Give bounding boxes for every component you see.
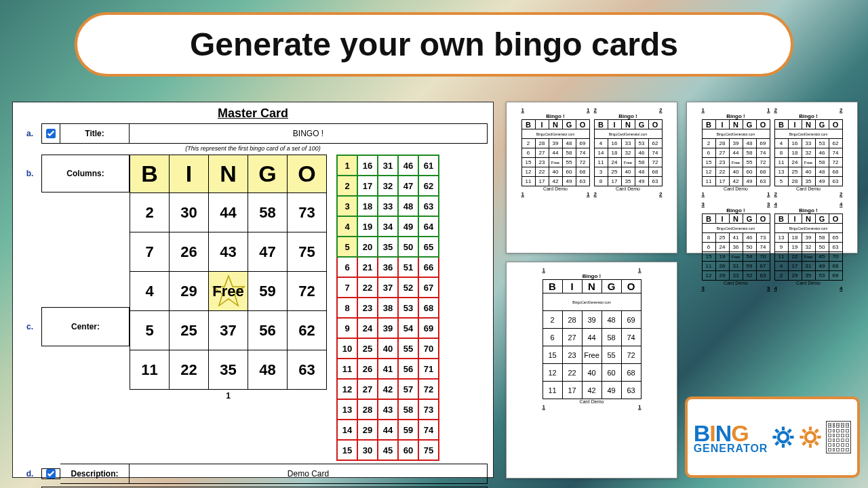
check-icon bbox=[46, 129, 56, 138]
label-b: b. bbox=[18, 155, 41, 192]
editor-panel: Master Card a. Title: BINGO ! (This repr… bbox=[12, 102, 494, 478]
bingo-card[interactable]: BINGO230445873726434775429Free5972525375… bbox=[130, 155, 327, 390]
row-description: d. Description: Demo Card bbox=[18, 464, 488, 484]
svg-line-10 bbox=[788, 442, 791, 445]
subtitle: (This represent the first bingo card of … bbox=[18, 145, 488, 152]
check-icon bbox=[46, 469, 56, 479]
svg-point-4 bbox=[778, 432, 788, 442]
svg-line-20 bbox=[803, 442, 806, 445]
page-title-text: Generate your own bingo cards bbox=[190, 26, 678, 63]
columns-label: Columns: bbox=[41, 155, 130, 192]
logo-mini-card: BINGO bbox=[826, 421, 851, 453]
svg-line-21 bbox=[815, 430, 818, 432]
svg-line-11 bbox=[776, 442, 778, 445]
preview-4up: 11Bingo !BINGOBingoCardGenerator.com2283… bbox=[686, 102, 858, 253]
preview-1up: 11Bingo !BINGOBingoCardGenerator.com2283… bbox=[506, 262, 677, 479]
gear-icon bbox=[799, 426, 822, 449]
title-input[interactable]: BINGO ! bbox=[130, 123, 488, 144]
svg-point-13 bbox=[806, 432, 815, 442]
logo: BING GENERATOR BINGO bbox=[685, 396, 860, 478]
center-label: Center: bbox=[41, 307, 130, 346]
svg-line-12 bbox=[788, 430, 791, 432]
row-numbering: e. The bingo cards will be numbered from… bbox=[18, 484, 488, 488]
master-card-heading: Master Card bbox=[18, 106, 488, 121]
svg-line-18 bbox=[803, 430, 806, 432]
description-input[interactable]: Demo Card bbox=[130, 464, 488, 484]
description-label: Description: bbox=[60, 464, 130, 484]
title-label: Title: bbox=[60, 123, 130, 144]
row-title: a. Title: BINGO ! bbox=[18, 123, 488, 144]
label-a: a. bbox=[18, 123, 41, 144]
svg-line-9 bbox=[776, 430, 778, 432]
gear-icon bbox=[772, 426, 795, 449]
card-number: 1 bbox=[130, 391, 327, 401]
description-checkbox[interactable] bbox=[41, 468, 60, 479]
svg-line-19 bbox=[815, 442, 818, 445]
label-e: e. bbox=[18, 484, 41, 488]
preview-2up: 11Bingo !BINGOBingoCardGenerator.com2283… bbox=[506, 102, 677, 253]
reference-grid: 1163146612173247623183348634193449645203… bbox=[336, 155, 439, 461]
page-title: Generate your own bingo cards bbox=[75, 12, 793, 77]
label-d: d. bbox=[18, 469, 41, 479]
label-c: c. bbox=[18, 307, 41, 346]
title-checkbox[interactable] bbox=[41, 123, 60, 144]
logo-text-2: GENERATOR bbox=[694, 443, 768, 455]
